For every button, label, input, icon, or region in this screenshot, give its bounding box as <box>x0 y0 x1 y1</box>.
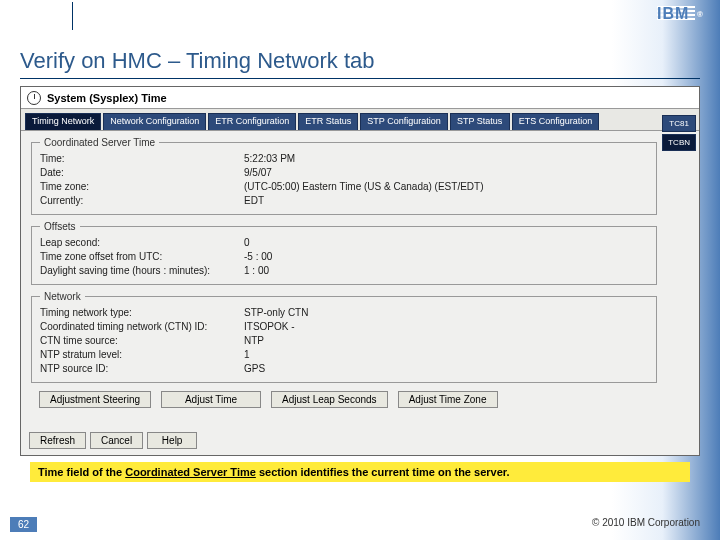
group-coordinated-server-time: Coordinated Server Time Time:5:22:03 PM … <box>31 137 657 215</box>
btn-help[interactable]: Help <box>147 432 197 449</box>
row-timezone: Time zone:(UTC-05:00) Eastern Time (US &… <box>40 180 648 194</box>
slide-title: Verify on HMC – Timing Network tab <box>20 48 375 74</box>
btn-cancel[interactable]: Cancel <box>90 432 143 449</box>
row-ctn-id: Coordinated timing network (CTN) ID:ITSO… <box>40 320 648 334</box>
row-date: Date:9/5/07 <box>40 166 648 180</box>
row-ntp-source: NTP source ID:GPS <box>40 362 648 376</box>
row-net-type: Timing network type:STP-only CTN <box>40 306 648 320</box>
row-ctn-source: CTN time source:NTP <box>40 334 648 348</box>
btn-refresh[interactable]: Refresh <box>29 432 86 449</box>
side-tab-tcbn[interactable]: TCBN <box>662 134 696 151</box>
tab-content: Coordinated Server Time Time:5:22:03 PM … <box>21 131 699 431</box>
legend-network: Network <box>40 291 85 302</box>
clock-icon <box>27 91 41 105</box>
row-ntp-stratum: NTP stratum level:1 <box>40 348 648 362</box>
row-dst: Daylight saving time (hours : minutes):1… <box>40 264 648 278</box>
panel-header: System (Sysplex) Time <box>21 87 699 109</box>
tab-stp-configuration[interactable]: STP Configuration <box>360 113 447 130</box>
tab-network-configuration[interactable]: Network Configuration <box>103 113 206 130</box>
sysplex-time-panel: System (Sysplex) Time TC81 TCBN Timing N… <box>20 86 700 456</box>
panel-title: System (Sysplex) Time <box>47 92 167 104</box>
legend-cst: Coordinated Server Time <box>40 137 159 148</box>
bottom-button-row: Refresh Cancel Help <box>29 432 197 449</box>
tab-ets-configuration[interactable]: ETS Configuration <box>512 113 600 130</box>
slide-footer: 62 © 2010 IBM Corporation <box>0 517 720 532</box>
side-tab-tc81[interactable]: TC81 <box>662 115 696 132</box>
row-leap-second: Leap second:0 <box>40 236 648 250</box>
action-button-row: Adjustment Steering Adjust Time Adjust L… <box>31 389 657 410</box>
tab-strip: Timing Network Network Configuration ETR… <box>21 109 699 131</box>
row-currently: Currently:EDT <box>40 194 648 208</box>
btn-adjust-leap-seconds[interactable]: Adjust Leap Seconds <box>271 391 388 408</box>
title-underline <box>20 78 700 79</box>
page-number: 62 <box>10 517 37 532</box>
legend-offsets: Offsets <box>40 221 80 232</box>
btn-adjust-time-zone[interactable]: Adjust Time Zone <box>398 391 498 408</box>
copyright: © 2010 IBM Corporation <box>592 517 700 532</box>
row-time: Time:5:22:03 PM <box>40 152 648 166</box>
ibm-logo: ® <box>657 6 702 22</box>
btn-adjust-time[interactable]: Adjust Time <box>161 391 261 408</box>
tab-etr-status[interactable]: ETR Status <box>298 113 358 130</box>
row-tz-offset: Time zone offset from UTC:-5 : 00 <box>40 250 648 264</box>
tab-stp-status[interactable]: STP Status <box>450 113 510 130</box>
group-offsets: Offsets Leap second:0 Time zone offset f… <box>31 221 657 285</box>
tab-timing-network[interactable]: Timing Network <box>25 113 101 130</box>
caption-highlight: Time field of the Coordinated Server Tim… <box>30 462 690 482</box>
header-divider <box>72 2 73 30</box>
group-network: Network Timing network type:STP-only CTN… <box>31 291 657 383</box>
tab-etr-configuration[interactable]: ETR Configuration <box>208 113 296 130</box>
btn-adjustment-steering[interactable]: Adjustment Steering <box>39 391 151 408</box>
